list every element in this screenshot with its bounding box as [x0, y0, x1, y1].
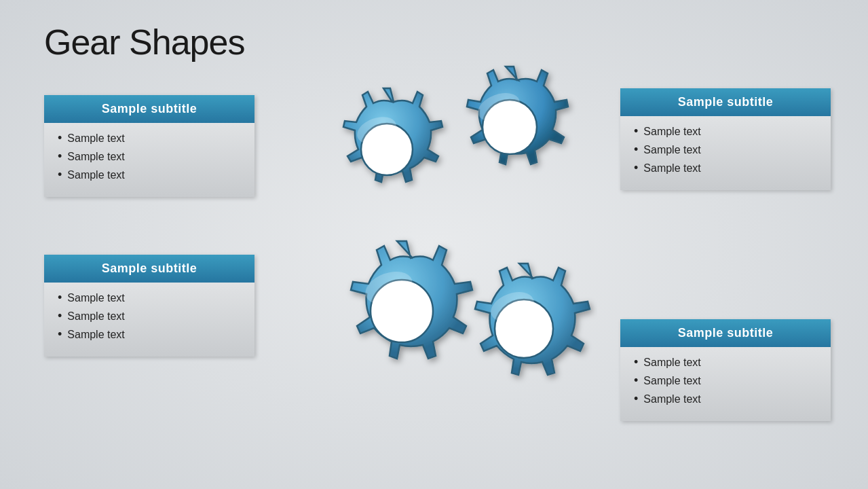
info-box-top-left-subtitle: Sample subtitle — [102, 102, 197, 115]
info-box-bottom-left-body: Sample text Sample text Sample text — [44, 283, 254, 357]
list-item: Sample text — [634, 355, 817, 369]
list-item: Sample text — [58, 168, 241, 182]
gears-diagram — [285, 41, 597, 475]
list-item: Sample text — [58, 327, 241, 342]
info-box-top-left-body: Sample text Sample text Sample text — [44, 123, 254, 197]
list-item: Sample text — [58, 149, 241, 164]
list-item: Sample text — [634, 392, 817, 406]
info-box-bottom-left-subtitle: Sample subtitle — [102, 261, 197, 275]
info-box-top-right-body: Sample text Sample text Sample text — [620, 116, 831, 190]
gear-top-left — [343, 88, 442, 182]
info-box-top-left: Sample subtitle Sample text Sample text … — [44, 95, 254, 197]
info-box-bottom-left-header: Sample subtitle — [44, 255, 254, 283]
gear-bottom-left — [351, 241, 472, 359]
info-box-bottom-right: Sample subtitle Sample text Sample text … — [620, 319, 831, 421]
gear-top-right — [467, 67, 568, 164]
info-box-bottom-right-body: Sample text Sample text Sample text — [620, 347, 831, 421]
info-box-bottom-left: Sample subtitle Sample text Sample text … — [44, 255, 254, 357]
list-item: Sample text — [634, 161, 817, 175]
info-box-top-left-header: Sample subtitle — [44, 95, 254, 123]
list-item: Sample text — [58, 131, 241, 145]
list-item: Sample text — [634, 374, 817, 388]
list-item: Sample text — [58, 291, 241, 305]
gear-bottom-right — [475, 264, 590, 375]
gears-svg — [285, 41, 597, 475]
info-box-top-right-subtitle: Sample subtitle — [678, 95, 774, 109]
info-box-top-right-header: Sample subtitle — [620, 88, 831, 116]
info-box-top-right: Sample subtitle Sample text Sample text … — [620, 88, 831, 190]
list-item: Sample text — [634, 143, 817, 157]
list-item: Sample text — [634, 124, 817, 139]
page-title: Gear Shapes — [44, 22, 244, 62]
info-box-bottom-right-header: Sample subtitle — [620, 319, 831, 347]
list-item: Sample text — [58, 309, 241, 323]
info-box-bottom-right-subtitle: Sample subtitle — [678, 326, 774, 340]
